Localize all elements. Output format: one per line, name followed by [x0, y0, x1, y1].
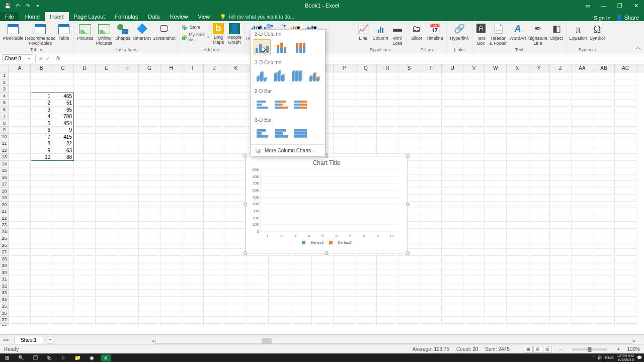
cell[interactable]	[225, 72, 247, 79]
cell[interactable]	[117, 222, 139, 229]
cell[interactable]	[528, 174, 550, 182]
cell[interactable]	[31, 188, 52, 195]
row-header[interactable]: 9	[0, 127, 9, 134]
people-graph-button[interactable]: 👤People Graph	[226, 22, 243, 46]
row-header[interactable]: 6	[0, 107, 9, 114]
bing-maps-button[interactable]: bBing Maps	[211, 22, 225, 46]
cell[interactable]	[507, 113, 528, 120]
cell[interactable]	[74, 262, 96, 269]
row-header[interactable]: 23	[0, 222, 9, 229]
row-header[interactable]: 26	[0, 242, 9, 249]
cell[interactable]: 788	[52, 113, 74, 120]
cell[interactable]	[225, 79, 247, 86]
cell[interactable]	[463, 256, 485, 263]
cell[interactable]	[355, 127, 377, 134]
cell[interactable]	[593, 147, 615, 154]
cell[interactable]	[9, 154, 31, 161]
cell[interactable]	[269, 310, 290, 317]
cell[interactable]	[160, 154, 182, 161]
cell[interactable]	[485, 317, 507, 324]
cell[interactable]	[139, 208, 160, 215]
cell[interactable]	[31, 72, 52, 79]
row-header[interactable]: 14	[0, 161, 9, 168]
cell[interactable]	[615, 269, 636, 277]
cell[interactable]	[182, 140, 204, 147]
cell[interactable]	[204, 127, 225, 134]
3d-column-option[interactable]	[306, 68, 322, 84]
cell[interactable]	[31, 235, 52, 242]
cell[interactable]	[290, 310, 312, 317]
cell[interactable]	[485, 79, 507, 86]
view-normal-button[interactable]: ▦	[524, 346, 533, 353]
cell[interactable]	[182, 195, 204, 202]
my-addins-button[interactable]: 🧩My Add-ins ▾	[180, 32, 210, 43]
cell[interactable]	[420, 188, 442, 195]
cell[interactable]	[550, 290, 572, 297]
cell[interactable]	[334, 276, 355, 283]
column-header[interactable]: W	[485, 64, 507, 72]
cell[interactable]	[593, 161, 615, 168]
cell[interactable]	[420, 310, 442, 317]
cell[interactable]	[31, 86, 52, 93]
cell[interactable]	[507, 140, 528, 147]
cell[interactable]	[550, 222, 572, 229]
cell[interactable]	[182, 324, 204, 326]
cell[interactable]	[269, 297, 290, 304]
row-header[interactable]: 27	[0, 249, 9, 256]
cell[interactable]	[420, 262, 442, 269]
cell[interactable]	[334, 140, 355, 147]
cell[interactable]	[204, 154, 225, 161]
cell[interactable]	[9, 161, 31, 168]
cell[interactable]	[247, 256, 269, 263]
cell[interactable]	[593, 317, 615, 324]
cell[interactable]	[160, 86, 182, 93]
cell[interactable]: 2	[31, 100, 52, 107]
cell[interactable]	[528, 235, 550, 242]
cell[interactable]	[463, 317, 485, 324]
cell[interactable]	[355, 134, 377, 141]
cell[interactable]	[398, 113, 420, 120]
row-header[interactable]: 22	[0, 215, 9, 222]
column-header[interactable]: Q	[355, 64, 377, 72]
cell[interactable]	[550, 303, 572, 310]
cell[interactable]	[52, 188, 74, 195]
cell[interactable]	[160, 127, 182, 134]
cell[interactable]	[528, 310, 550, 317]
cell[interactable]	[550, 317, 572, 324]
cell[interactable]	[463, 188, 485, 195]
cell[interactable]	[31, 310, 52, 317]
cell[interactable]	[593, 79, 615, 86]
tray-chevron-icon[interactable]: ˆ	[593, 355, 594, 360]
cell[interactable]	[9, 167, 31, 174]
cell[interactable]	[74, 229, 96, 236]
cell[interactable]	[507, 317, 528, 324]
cell[interactable]	[593, 297, 615, 304]
cell[interactable]	[615, 79, 636, 86]
cell[interactable]	[160, 262, 182, 269]
cell[interactable]	[290, 256, 312, 263]
cell[interactable]	[550, 297, 572, 304]
cell[interactable]	[52, 249, 74, 256]
cell[interactable]	[139, 72, 160, 79]
cell[interactable]	[463, 167, 485, 174]
cell[interactable]	[615, 195, 636, 202]
excel-taskbar-icon[interactable]: X	[101, 354, 111, 361]
cell[interactable]	[377, 256, 398, 263]
cell[interactable]	[507, 276, 528, 283]
cell[interactable]	[139, 229, 160, 236]
cell[interactable]	[355, 147, 377, 154]
redo-icon[interactable]: ↷	[24, 2, 31, 9]
cell[interactable]	[528, 72, 550, 79]
cell[interactable]	[420, 222, 442, 229]
cell[interactable]	[225, 262, 247, 269]
cell[interactable]	[204, 242, 225, 249]
cell[interactable]: 9	[52, 127, 74, 134]
stacked100-bar-option[interactable]	[292, 97, 309, 113]
cell[interactable]	[269, 317, 290, 324]
cell[interactable]: 4	[31, 113, 52, 120]
cell[interactable]	[442, 161, 463, 168]
cell[interactable]	[225, 147, 247, 154]
cell[interactable]	[463, 79, 485, 86]
cell[interactable]	[182, 297, 204, 304]
cell[interactable]	[550, 181, 572, 188]
